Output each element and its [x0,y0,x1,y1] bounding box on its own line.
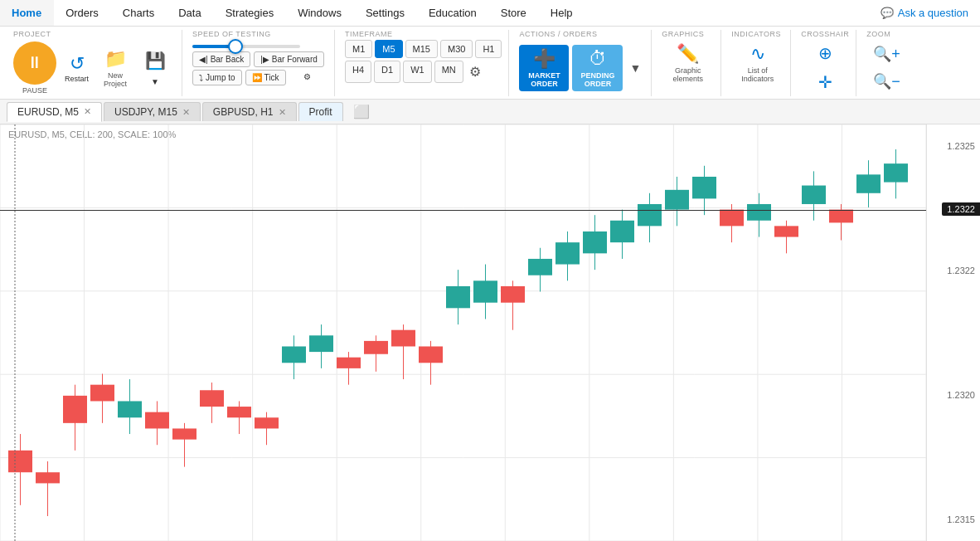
graphic-elements-button[interactable]: ✏️ Graphicelements [667,40,711,86]
timeframe-settings-button[interactable]: ⚙ [466,61,484,83]
market-order-label: MARKETORDER [528,71,560,88]
restart-icon: ↺ [70,53,85,75]
tab-usdjpy-label: USDJPY, M15 [114,106,177,118]
nav-store[interactable]: Store [489,0,539,26]
zoom-label: ZOOM [866,30,890,38]
crosshair-section: CROSSHAIR ⊕ ✛ [794,30,856,96]
candlestick-chart[interactable] [0,124,926,541]
nav-orders[interactable]: Orders [54,0,111,26]
chevron-down-icon: ▼ [151,77,159,86]
bar-forward-button[interactable]: |▶ Bar Forward [254,51,324,67]
save-dropdown-button[interactable]: ▼ [137,76,173,88]
tab-profit-label: Profit [309,106,332,118]
tf-h4[interactable]: H4 [345,61,371,83]
crosshair-add-button[interactable]: ⊕ [812,40,839,66]
zoom-in-button[interactable]: 🔍+ [866,41,907,66]
save-button[interactable]: 💾 [137,47,173,74]
tf-m15[interactable]: M15 [405,40,438,58]
zoom-out-icon: 🔍− [873,72,900,90]
pending-order-label: PENDINGORDER [580,71,614,88]
restart-label: Restart [65,75,89,83]
nav-windows[interactable]: Windows [286,0,354,26]
price-mid-label: 1.2322 [927,266,980,275]
actions-label: ACTIONS / ORDERS [519,30,597,38]
speed-thumb[interactable] [228,39,243,54]
tf-mn[interactable]: MN [434,61,463,83]
graphic-elements-label: Graphicelements [673,66,704,83]
bar-back-icon: ◀| [199,55,208,64]
price-low1-label: 1.2320 [927,390,980,400]
tab-usdjpy-close-button[interactable]: ✕ [182,107,190,118]
actions-more-button[interactable]: ▼ [626,58,644,78]
speed-label: SPEED OF TESTING [192,30,271,38]
nav-home[interactable]: Home [0,0,54,26]
crosshair-move-button[interactable]: ✛ [812,69,839,95]
project-section: PROJECT ⏸ PAUSE ↺ Restart 📁 NewProject [7,30,182,96]
tab-eurusd-m5-label: EURUSD, M5 [17,106,79,118]
chat-icon: 💬 [881,7,894,19]
nav-charts[interactable]: Charts [111,0,167,26]
tab-gbpusd-h1[interactable]: GBPUSD, H1 ✕ [202,102,297,121]
chart-tabs: EURUSD, M5 ✕ USDJPY, M15 ✕ GBPUSD, H1 ✕ … [0,100,980,124]
zoom-section: ZOOM 🔍+ 🔍− [860,30,914,96]
actions-section: ACTIONS / ORDERS ➕ MARKETORDER ⏱ PENDING… [512,30,652,96]
tab-usdjpy-m15[interactable]: USDJPY, M15 ✕ [104,102,201,121]
restart-button[interactable]: ↺ Restart [60,50,94,86]
current-price-tag: 1.2322 [942,202,980,216]
pencil-icon: ✏️ [677,43,699,65]
bar-forward-icon: |▶ [260,55,269,64]
tf-m30[interactable]: M30 [440,40,473,58]
tf-m1[interactable]: M1 [345,40,372,58]
pending-order-button[interactable]: ⏱ PENDINGORDER [572,45,623,91]
crosshair-label: CROSSHAIR [801,30,849,38]
jump-icon: ⤵ [199,73,203,82]
speed-settings-button[interactable]: ⚙ [289,70,326,85]
pause-wrap: ⏸ PAUSE [13,41,56,95]
project-label: PROJECT [13,30,51,38]
graphics-label: GRAPHICS [662,30,704,38]
nav-help[interactable]: Help [539,0,585,26]
timeframe-row-top: M1 M5 M15 M30 H1 [345,40,502,58]
toolbar: PROJECT ⏸ PAUSE ↺ Restart 📁 NewProject [0,27,980,100]
speed-extra-buttons: ⤵ Jump to ⏩ Tick ⚙ [192,70,327,85]
jump-to-button[interactable]: ⤵ Jump to [192,70,242,85]
nav-data[interactable]: Data [167,0,213,26]
price-axis: 1.2325 1.2322 1.2320 1.2315 [926,124,980,541]
nav-education[interactable]: Education [417,0,489,26]
tab-gbpusd-close-button[interactable]: ✕ [279,107,286,118]
speed-fill [192,45,230,48]
new-project-button[interactable]: 📁 NewProject [97,45,133,91]
list-indicators-label: List ofIndicators [741,66,774,83]
new-project-icon: 📁 [104,48,127,70]
bar-back-button[interactable]: ◀| Bar Back [192,51,250,67]
bar-forward-label: Bar Forward [272,55,318,64]
tab-eurusd-close-button[interactable]: ✕ [84,106,91,117]
ask-question-button[interactable]: 💬 Ask a question [869,0,980,26]
top-nav: Home Orders Charts Data Strategies Windo… [0,0,980,27]
tf-m5[interactable]: M5 [375,40,402,58]
market-order-button[interactable]: ➕ MARKETORDER [519,45,569,91]
tf-h1[interactable]: H1 [475,40,502,58]
graphics-section: GRAPHICS ✏️ Graphicelements [655,30,721,96]
price-high-label: 1.2325 [927,141,980,151]
pending-order-icon: ⏱ [589,48,607,70]
tab-profit[interactable]: Profit [298,102,343,121]
list-indicators-button[interactable]: ∿ List ofIndicators [735,40,780,86]
pause-button[interactable]: ⏸ [13,41,56,85]
tf-w1[interactable]: W1 [403,61,432,83]
tf-d1[interactable]: D1 [374,61,400,83]
tab-eurusd-m5[interactable]: EURUSD, M5 ✕ [7,102,102,122]
market-order-icon: ➕ [533,48,555,70]
price-low2-label: 1.2315 [927,514,980,524]
tick-icon: ⏩ [252,73,262,82]
nav-strategies[interactable]: Strategies [214,0,287,26]
maximize-chart-button[interactable]: ⬜ [348,102,375,121]
nav-settings[interactable]: Settings [354,0,417,26]
settings-icon: ⚙ [303,72,311,81]
timeframe-label: TIMEFRAME [345,30,393,38]
speed-section: SPEED OF TESTING ◀| Bar Back |▶ Bar Forw… [186,30,335,96]
tick-button[interactable]: ⏩ Tick [245,70,286,85]
bar-back-label: Bar Back [211,55,245,64]
zoom-out-button[interactable]: 🔍− [866,69,907,94]
speed-slider[interactable] [192,45,300,48]
